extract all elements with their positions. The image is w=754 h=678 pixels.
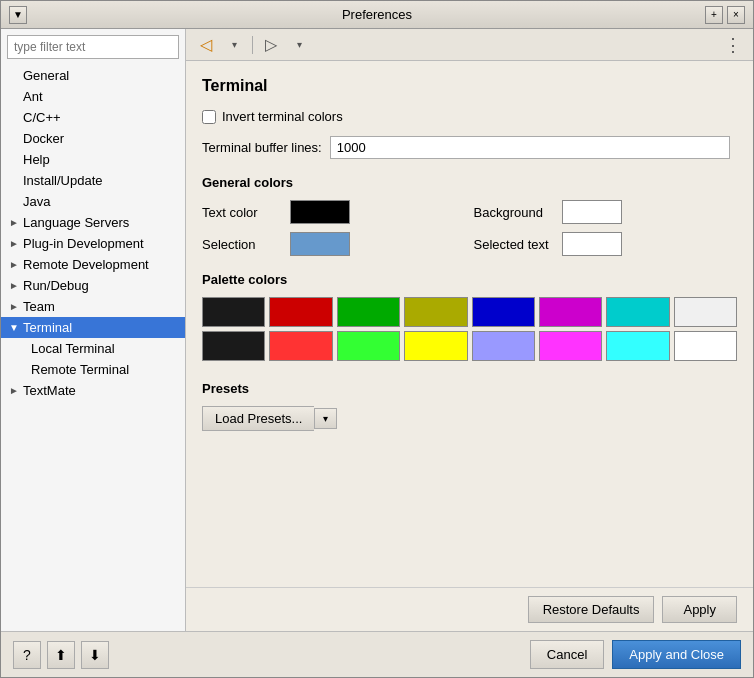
bottom-left-buttons: ? ⬆ ⬇ xyxy=(13,641,109,669)
main-toolbar: ◁ ▾ ▷ ▾ ⋮ xyxy=(186,29,753,61)
presets-dropdown-arrow[interactable]: ▾ xyxy=(314,408,337,429)
palette-swatch-1-2[interactable] xyxy=(337,331,400,361)
titlebar-controls: + × xyxy=(705,6,745,24)
export-button[interactable]: ⬇ xyxy=(81,641,109,669)
presets-title: Presets xyxy=(202,381,737,396)
selected-text-color-row: Selected text xyxy=(474,232,738,256)
selection-color-row: Selection xyxy=(202,232,466,256)
sidebar-item-team[interactable]: Team xyxy=(1,296,185,317)
sidebar-item-label: Plug-in Development xyxy=(23,236,144,251)
arrow-icon xyxy=(9,259,23,270)
general-colors-grid: Text color Background Selection Selected… xyxy=(202,200,737,256)
more-menu-button[interactable]: ⋮ xyxy=(721,33,745,57)
selection-label: Selection xyxy=(202,237,282,252)
sidebar-item-label: C/C++ xyxy=(23,110,61,125)
sidebar-item-label: Remote Terminal xyxy=(31,362,129,377)
page-title: Terminal xyxy=(202,77,737,95)
main-content: Terminal Invert terminal colors Terminal… xyxy=(186,61,753,587)
sidebar-item-plugin-development[interactable]: Plug-in Development xyxy=(1,233,185,254)
buffer-lines-input[interactable] xyxy=(330,136,730,159)
sidebar-item-remote-terminal[interactable]: Remote Terminal xyxy=(1,359,185,380)
cancel-button[interactable]: Cancel xyxy=(530,640,604,669)
palette-swatch-1-1[interactable] xyxy=(269,331,332,361)
text-color-label: Text color xyxy=(202,205,282,220)
sidebar-item-label: Ant xyxy=(23,89,43,104)
import-icon: ⬆ xyxy=(55,647,67,663)
import-button[interactable]: ⬆ xyxy=(47,641,75,669)
arrow-icon xyxy=(9,238,23,249)
palette-swatch-0-3[interactable] xyxy=(404,297,467,327)
palette-swatch-1-4[interactable] xyxy=(472,331,535,361)
palette-swatch-0-6[interactable] xyxy=(606,297,669,327)
buffer-lines-label: Terminal buffer lines: xyxy=(202,140,322,155)
filter-input[interactable] xyxy=(7,35,179,59)
back-button[interactable]: ◁ xyxy=(194,33,218,57)
window-menu-button[interactable]: ▼ xyxy=(9,6,27,24)
sidebar-item-general[interactable]: General xyxy=(1,65,185,86)
selected-text-color-swatch[interactable] xyxy=(562,232,622,256)
restore-defaults-button[interactable]: Restore Defaults xyxy=(528,596,655,623)
sidebar-item-docker[interactable]: Docker xyxy=(1,128,185,149)
export-icon: ⬇ xyxy=(89,647,101,663)
selection-color-swatch[interactable] xyxy=(290,232,350,256)
arrow-icon xyxy=(9,301,23,312)
palette-swatch-1-5[interactable] xyxy=(539,331,602,361)
apply-close-button[interactable]: Apply and Close xyxy=(612,640,741,669)
bottom-bar: ? ⬆ ⬇ Cancel Apply and Close xyxy=(1,631,753,677)
sidebar-item-run-debug[interactable]: Run/Debug xyxy=(1,275,185,296)
arrow-icon xyxy=(9,280,23,291)
apply-button[interactable]: Apply xyxy=(662,596,737,623)
palette-swatch-1-6[interactable] xyxy=(606,331,669,361)
background-color-swatch[interactable] xyxy=(562,200,622,224)
sidebar-item-terminal[interactable]: Terminal xyxy=(1,317,185,338)
palette-swatch-0-7[interactable] xyxy=(674,297,737,327)
selected-text-label: Selected text xyxy=(474,237,554,252)
sidebar-item-label: Team xyxy=(23,299,55,314)
tree-view: General Ant C/C++ Docker Help xyxy=(1,65,185,631)
sidebar-item-help[interactable]: Help xyxy=(1,149,185,170)
arrow-icon xyxy=(9,385,23,396)
forward-button[interactable]: ▷ xyxy=(259,33,283,57)
palette-swatch-0-5[interactable] xyxy=(539,297,602,327)
palette-swatch-0-2[interactable] xyxy=(337,297,400,327)
sidebar-item-label: Run/Debug xyxy=(23,278,89,293)
text-color-swatch[interactable] xyxy=(290,200,350,224)
presets-section: Presets Load Presets... ▾ xyxy=(202,381,737,431)
help-button[interactable]: ? xyxy=(13,641,41,669)
invert-colors-row: Invert terminal colors xyxy=(202,109,737,124)
sidebar-item-ant[interactable]: Ant xyxy=(1,86,185,107)
invert-colors-checkbox[interactable] xyxy=(202,110,216,124)
sidebar: General Ant C/C++ Docker Help xyxy=(1,29,186,631)
bottom-right-buttons: Cancel Apply and Close xyxy=(530,640,741,669)
sidebar-item-label: Install/Update xyxy=(23,173,103,188)
palette-swatch-0-1[interactable] xyxy=(269,297,332,327)
load-presets-button[interactable]: Load Presets... xyxy=(202,406,314,431)
sidebar-item-java[interactable]: Java xyxy=(1,191,185,212)
forward-dropdown-button[interactable]: ▾ xyxy=(287,33,311,57)
arrow-icon xyxy=(9,322,23,333)
sidebar-item-label: TextMate xyxy=(23,383,76,398)
arrow-icon xyxy=(9,217,23,228)
main-actions-row: Restore Defaults Apply xyxy=(186,587,753,631)
sidebar-item-language-servers[interactable]: Language Servers xyxy=(1,212,185,233)
palette-swatch-1-3[interactable] xyxy=(404,331,467,361)
palette-swatch-1-0[interactable] xyxy=(202,331,265,361)
background-label: Background xyxy=(474,205,554,220)
palette-swatch-0-4[interactable] xyxy=(472,297,535,327)
preferences-window: ▼ Preferences + × General Ant xyxy=(0,0,754,678)
sidebar-item-label: Language Servers xyxy=(23,215,129,230)
back-dropdown-button[interactable]: ▾ xyxy=(222,33,246,57)
close-button[interactable]: × xyxy=(727,6,745,24)
titlebar: ▼ Preferences + × xyxy=(1,1,753,29)
toolbar-separator xyxy=(252,36,253,54)
sidebar-item-cpp[interactable]: C/C++ xyxy=(1,107,185,128)
buffer-lines-row: Terminal buffer lines: xyxy=(202,136,737,159)
sidebar-item-textmate[interactable]: TextMate xyxy=(1,380,185,401)
sidebar-item-remote-development[interactable]: Remote Development xyxy=(1,254,185,275)
palette-swatch-1-7[interactable] xyxy=(674,331,737,361)
palette-swatch-0-0[interactable] xyxy=(202,297,265,327)
add-button[interactable]: + xyxy=(705,6,723,24)
help-icon: ? xyxy=(23,647,31,663)
sidebar-item-local-terminal[interactable]: Local Terminal xyxy=(1,338,185,359)
sidebar-item-install-update[interactable]: Install/Update xyxy=(1,170,185,191)
